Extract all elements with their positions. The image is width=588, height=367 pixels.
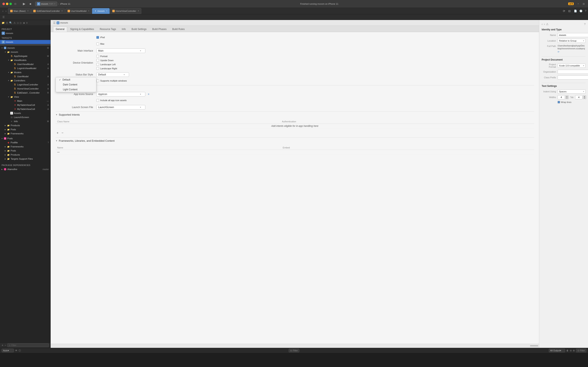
sidebar-filter[interactable]: ⊙ Filter	[7, 343, 49, 347]
project-format-select[interactable]: Xcode 13.0-compatible ▾	[558, 64, 586, 68]
intent-remove-btn[interactable]: −	[61, 131, 65, 135]
indent-decrement-btn[interactable]: ▾	[583, 97, 586, 99]
sidebar-item-frameworks1[interactable]: 📁 Frameworks	[0, 132, 51, 136]
tab-userviewmodel[interactable]: UserViewModel ×	[65, 8, 92, 14]
sidebar-item-assets[interactable]: ▣ Assets	[0, 111, 51, 115]
supported-intents-header[interactable]: ▼ Supported Intents	[56, 111, 534, 118]
class-prefix-input[interactable]	[558, 75, 588, 80]
tab-editdata[interactable]: EditDataViewController ×	[31, 8, 65, 14]
sidebar-item-userviewmodel[interactable]: S UserViewModel A	[0, 62, 51, 66]
dropdown-item-default[interactable]: Default	[56, 77, 96, 82]
organization-input[interactable]	[558, 70, 588, 74]
debug-left-filter[interactable]: ⊙ Filter	[289, 349, 299, 352]
sidebar-item-mvvvm-folder[interactable]: 📁 mvvvm	[0, 50, 51, 54]
sidebar-item-viewmodels[interactable]: 📁 ViewModels	[0, 58, 51, 62]
help-button[interactable]: ?	[584, 9, 587, 13]
landscape-right-checkbox[interactable]	[96, 67, 99, 70]
tab-mvvvm-active[interactable]: A mvvvm ×	[92, 8, 110, 14]
include-all-checkbox[interactable]	[96, 99, 99, 102]
sidebar-item-view[interactable]: 📁 View	[0, 95, 51, 99]
sidebar-add-button[interactable]: +	[2, 343, 3, 347]
sidebar-item-editdatavc[interactable]: S EditDataV...Controller R	[0, 91, 51, 95]
sidebar-report-btn[interactable]: ≡	[26, 21, 27, 24]
tab-info[interactable]: Info	[119, 26, 129, 32]
tab-resource-tags[interactable]: Resource Tags	[97, 26, 119, 32]
app-icons-section-header[interactable]: ▼ App Icons and Launch Images	[56, 85, 534, 92]
debug-split-btn[interactable]: ⊟	[570, 349, 572, 352]
sidebar-item-info-plist[interactable]: ≡ Info M	[0, 119, 51, 123]
sidebar-source-btn[interactable]: ⊡	[6, 21, 8, 24]
app-icons-source-add-btn[interactable]: +	[147, 92, 151, 96]
tab-prev-button[interactable]: ‹	[2, 9, 4, 13]
sidebar-item-models[interactable]: 📁 Models	[0, 70, 51, 75]
tab-close-main-base[interactable]: ×	[27, 10, 29, 12]
dropdown-item-light[interactable]: Light Content	[56, 87, 96, 92]
debug-info-btn[interactable]: ⓘ	[18, 349, 21, 352]
tab-input[interactable]	[558, 95, 565, 99]
sidebar-toggle-button[interactable]: ⊟	[13, 2, 17, 6]
sidebar-item-usermodel[interactable]: S UserModel A	[0, 75, 51, 78]
tab-homevc[interactable]: HomeViewController ×	[110, 8, 141, 14]
name-input[interactable]	[558, 33, 588, 37]
run-button[interactable]: ▶	[21, 2, 27, 6]
sidebar-item-controllers[interactable]: 📁 Controllers	[0, 78, 51, 83]
scheme-selector[interactable]: A mvvvm main ▾	[35, 2, 57, 6]
tab-build-phases[interactable]: Build Phases	[150, 26, 169, 32]
sidebar-item-pods2[interactable]: 📁 Pods	[0, 149, 51, 153]
maximize-button[interactable]	[9, 3, 12, 5]
sidebar-item-project[interactable]: A mvvvm	[0, 31, 51, 35]
status-bar-select[interactable]: Default ▾	[96, 72, 129, 77]
sidebar-item-targets-support[interactable]: 📁 Targets Support Files	[0, 157, 51, 161]
sidebar-item-mytableviewcell2[interactable]: ✕ MyTableViewCell A	[0, 107, 51, 111]
app-icons-source-select[interactable]: AppIcon ▾	[96, 92, 145, 96]
sidebar-warning-btn[interactable]: ⚠	[13, 21, 16, 24]
sidebar-test-btn[interactable]: ◇	[17, 21, 19, 24]
tab-close-userviewmodel[interactable]: ×	[88, 10, 89, 12]
right-panel-warning-btn[interactable]: ⚠	[546, 22, 549, 26]
upside-down-checkbox[interactable]	[96, 59, 99, 62]
debug-trash-btn[interactable]: 🗑	[566, 349, 569, 352]
sidebar-item-mvvvm-root[interactable]: A mvvvm M	[0, 46, 51, 50]
right-panel-forward-btn[interactable]: ›	[544, 22, 545, 26]
debug-right-filter[interactable]: ⊙ Filter	[576, 349, 586, 352]
intent-add-btn[interactable]: +	[56, 131, 60, 135]
tab-general[interactable]: General	[53, 26, 67, 32]
sidebar-item-pods-root[interactable]: A Pods	[0, 136, 51, 141]
debug-eye-btn[interactable]: 👁	[15, 349, 17, 352]
split-view-button[interactable]: ⊟	[567, 9, 571, 13]
tab-next-button[interactable]: ›	[5, 9, 7, 13]
sidebar-item-mytableviewcell1[interactable]: ✕ MyTableViewCell A	[0, 103, 51, 107]
indent-input[interactable]	[575, 95, 582, 99]
right-panel-lock-btn[interactable]: ?	[584, 23, 586, 26]
layout-button[interactable]: ⊞	[582, 2, 586, 6]
sidebar-folder-btn[interactable]: 📁	[2, 21, 5, 24]
sidebar-breakpoint-btn[interactable]: ◈	[23, 21, 25, 24]
ipad-checkbox[interactable]	[96, 36, 99, 39]
output-select[interactable]: All Output ▾	[549, 349, 565, 352]
stop-button[interactable]: ■	[28, 2, 33, 6]
add-tab-button[interactable]: ＋	[576, 2, 580, 6]
sidebar-search-btn[interactable]: 🔍	[9, 21, 12, 24]
fullpath-reveal-btn[interactable]: ⟳	[558, 50, 559, 53]
horizontal-scrollbar[interactable]	[51, 344, 539, 348]
tab-signing[interactable]: Signing & Capabilities	[68, 26, 97, 32]
source-control-button[interactable]: 📄	[573, 9, 578, 13]
launch-screen-select[interactable]: LaunchScreen ▾	[96, 105, 145, 109]
debug-split2-btn[interactable]: ⊞	[573, 349, 575, 352]
close-button[interactable]	[2, 3, 5, 5]
tab-close-mvvvm[interactable]: ×	[106, 10, 107, 12]
minimize-button[interactable]	[6, 3, 8, 5]
tab-close-editdata[interactable]: ×	[61, 10, 63, 12]
sidebar-item-launchscreen[interactable]: ⊡ LaunchScreen	[0, 115, 51, 119]
sidebar-hide-button[interactable]: ☰	[2, 15, 6, 19]
tab-decrement-btn[interactable]: ▾	[565, 97, 569, 99]
frameworks-section-header[interactable]: ▼ Frameworks, Libraries, and Embedded Co…	[56, 137, 534, 144]
history-button[interactable]: 🕐	[579, 9, 583, 13]
sidebar-item-pods-group[interactable]: 📁 Pods	[0, 127, 51, 132]
wrap-lines-checkbox[interactable]	[558, 101, 560, 103]
breadcrumb-sidebar-toggle[interactable]: ☰	[53, 21, 56, 25]
sidebar-item-products2[interactable]: 📁 Products	[0, 153, 51, 157]
indent-using-select[interactable]: Spaces ▾	[558, 90, 586, 94]
sidebar-remove-button[interactable]: −	[4, 343, 6, 347]
indent-increment-btn[interactable]: ▴	[583, 95, 586, 97]
